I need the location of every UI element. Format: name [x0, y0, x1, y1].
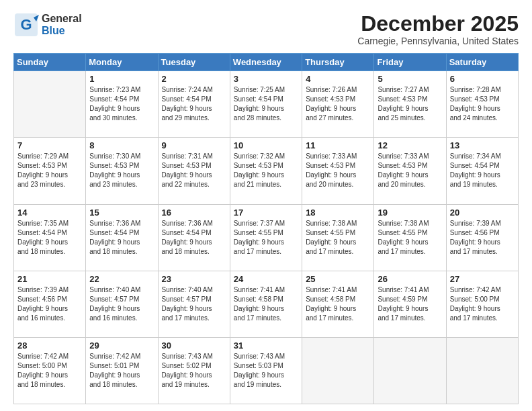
- day-number: 4: [306, 74, 370, 84]
- table-row: 27Sunrise: 7:42 AM Sunset: 5:00 PM Dayli…: [446, 271, 518, 337]
- table-row: 10Sunrise: 7:32 AM Sunset: 4:53 PM Dayli…: [230, 138, 302, 204]
- day-number: 13: [450, 140, 515, 150]
- table-row: [14, 71, 86, 138]
- table-row: 24Sunrise: 7:41 AM Sunset: 4:58 PM Dayli…: [230, 271, 302, 337]
- table-row: 4Sunrise: 7:26 AM Sunset: 4:53 PM Daylig…: [302, 71, 374, 138]
- day-number: 14: [17, 208, 82, 218]
- day-number: 6: [450, 74, 515, 84]
- table-row: 14Sunrise: 7:35 AM Sunset: 4:54 PM Dayli…: [14, 204, 86, 271]
- logo-line2: Blue: [42, 25, 82, 37]
- table-row: 7Sunrise: 7:29 AM Sunset: 4:53 PM Daylig…: [14, 138, 86, 204]
- table-row: 5Sunrise: 7:27 AM Sunset: 4:53 PM Daylig…: [374, 71, 446, 138]
- day-info: Sunrise: 7:37 AM Sunset: 4:55 PM Dayligh…: [234, 219, 298, 257]
- table-row: 6Sunrise: 7:28 AM Sunset: 4:53 PM Daylig…: [446, 71, 518, 138]
- logo-icon: G: [13, 12, 39, 38]
- day-number: 12: [378, 140, 442, 150]
- day-info: Sunrise: 7:35 AM Sunset: 4:54 PM Dayligh…: [17, 219, 82, 257]
- day-number: 11: [306, 140, 370, 150]
- table-row: [302, 337, 374, 404]
- table-row: [446, 337, 518, 404]
- day-number: 28: [17, 340, 82, 351]
- day-info: Sunrise: 7:39 AM Sunset: 4:56 PM Dayligh…: [450, 219, 515, 257]
- table-row: 25Sunrise: 7:41 AM Sunset: 4:58 PM Dayli…: [302, 271, 374, 337]
- day-info: Sunrise: 7:23 AM Sunset: 4:54 PM Dayligh…: [89, 85, 154, 123]
- day-info: Sunrise: 7:41 AM Sunset: 4:58 PM Dayligh…: [306, 285, 370, 323]
- table-row: 26Sunrise: 7:41 AM Sunset: 4:59 PM Dayli…: [374, 271, 446, 337]
- day-info: Sunrise: 7:36 AM Sunset: 4:54 PM Dayligh…: [162, 219, 226, 257]
- day-number: 3: [234, 74, 298, 84]
- table-row: 22Sunrise: 7:40 AM Sunset: 4:57 PM Dayli…: [86, 271, 158, 337]
- day-number: 18: [306, 208, 370, 218]
- day-number: 20: [450, 208, 515, 218]
- header-row: Sunday Monday Tuesday Wednesday Thursday…: [14, 54, 519, 71]
- table-row: 31Sunrise: 7:43 AM Sunset: 5:03 PM Dayli…: [230, 337, 302, 404]
- day-info: Sunrise: 7:38 AM Sunset: 4:55 PM Dayligh…: [378, 219, 442, 257]
- day-number: 25: [306, 274, 370, 284]
- table-row: 17Sunrise: 7:37 AM Sunset: 4:55 PM Dayli…: [230, 204, 302, 271]
- day-number: 26: [378, 274, 442, 284]
- day-number: 19: [378, 208, 442, 218]
- day-number: 9: [162, 140, 226, 150]
- table-row: 16Sunrise: 7:36 AM Sunset: 4:54 PM Dayli…: [158, 204, 230, 271]
- table-row: 20Sunrise: 7:39 AM Sunset: 4:56 PM Dayli…: [446, 204, 518, 271]
- day-number: 30: [162, 340, 226, 351]
- day-number: 16: [162, 208, 226, 218]
- day-info: Sunrise: 7:43 AM Sunset: 5:03 PM Dayligh…: [234, 352, 298, 390]
- table-row: 30Sunrise: 7:43 AM Sunset: 5:02 PM Dayli…: [158, 337, 230, 404]
- table-row: 9Sunrise: 7:31 AM Sunset: 4:53 PM Daylig…: [158, 138, 230, 204]
- day-info: Sunrise: 7:40 AM Sunset: 4:57 PM Dayligh…: [89, 285, 154, 323]
- col-thursday: Thursday: [302, 54, 374, 71]
- day-number: 31: [234, 340, 298, 351]
- table-row: 21Sunrise: 7:39 AM Sunset: 4:56 PM Dayli…: [14, 271, 86, 337]
- day-info: Sunrise: 7:42 AM Sunset: 5:00 PM Dayligh…: [450, 285, 515, 323]
- day-number: 5: [378, 74, 442, 84]
- col-sunday: Sunday: [14, 54, 86, 71]
- day-info: Sunrise: 7:41 AM Sunset: 4:58 PM Dayligh…: [234, 285, 298, 323]
- day-number: 22: [89, 274, 154, 284]
- day-info: Sunrise: 7:27 AM Sunset: 4:53 PM Dayligh…: [378, 85, 442, 123]
- day-info: Sunrise: 7:42 AM Sunset: 5:00 PM Dayligh…: [17, 352, 82, 390]
- day-info: Sunrise: 7:43 AM Sunset: 5:02 PM Dayligh…: [162, 352, 226, 390]
- col-friday: Friday: [374, 54, 446, 71]
- day-number: 29: [89, 340, 154, 351]
- month-title: December 2025: [357, 12, 519, 36]
- table-row: 11Sunrise: 7:33 AM Sunset: 4:53 PM Dayli…: [302, 138, 374, 204]
- title-area: December 2025 Carnegie, Pennsylvania, Un…: [357, 12, 519, 46]
- day-info: Sunrise: 7:34 AM Sunset: 4:54 PM Dayligh…: [450, 152, 515, 189]
- page: G General Blue December 2025 Carnegie, P…: [0, 0, 532, 411]
- day-info: Sunrise: 7:29 AM Sunset: 4:53 PM Dayligh…: [17, 152, 82, 189]
- table-row: 29Sunrise: 7:42 AM Sunset: 5:01 PM Dayli…: [86, 337, 158, 404]
- table-row: 3Sunrise: 7:25 AM Sunset: 4:54 PM Daylig…: [230, 71, 302, 138]
- col-saturday: Saturday: [446, 54, 518, 71]
- day-info: Sunrise: 7:25 AM Sunset: 4:54 PM Dayligh…: [234, 85, 298, 123]
- day-number: 10: [234, 140, 298, 150]
- header: G General Blue December 2025 Carnegie, P…: [13, 12, 519, 46]
- col-wednesday: Wednesday: [230, 54, 302, 71]
- day-info: Sunrise: 7:26 AM Sunset: 4:53 PM Dayligh…: [306, 85, 370, 123]
- table-row: 8Sunrise: 7:30 AM Sunset: 4:53 PM Daylig…: [86, 138, 158, 204]
- table-row: 13Sunrise: 7:34 AM Sunset: 4:54 PM Dayli…: [446, 138, 518, 204]
- day-info: Sunrise: 7:33 AM Sunset: 4:53 PM Dayligh…: [306, 152, 370, 189]
- day-number: 21: [17, 274, 82, 284]
- day-number: 2: [162, 74, 226, 84]
- day-info: Sunrise: 7:41 AM Sunset: 4:59 PM Dayligh…: [378, 285, 442, 323]
- table-row: 19Sunrise: 7:38 AM Sunset: 4:55 PM Dayli…: [374, 204, 446, 271]
- day-info: Sunrise: 7:36 AM Sunset: 4:54 PM Dayligh…: [89, 219, 154, 257]
- day-info: Sunrise: 7:31 AM Sunset: 4:53 PM Dayligh…: [162, 152, 226, 189]
- table-row: 12Sunrise: 7:33 AM Sunset: 4:53 PM Dayli…: [374, 138, 446, 204]
- table-row: 1Sunrise: 7:23 AM Sunset: 4:54 PM Daylig…: [86, 71, 158, 138]
- table-row: 2Sunrise: 7:24 AM Sunset: 4:54 PM Daylig…: [158, 71, 230, 138]
- day-info: Sunrise: 7:38 AM Sunset: 4:55 PM Dayligh…: [306, 219, 370, 257]
- day-number: 7: [17, 140, 82, 150]
- col-tuesday: Tuesday: [158, 54, 230, 71]
- day-number: 17: [234, 208, 298, 218]
- table-row: 28Sunrise: 7:42 AM Sunset: 5:00 PM Dayli…: [14, 337, 86, 404]
- day-number: 8: [89, 140, 154, 150]
- day-info: Sunrise: 7:30 AM Sunset: 4:53 PM Dayligh…: [89, 152, 154, 189]
- day-info: Sunrise: 7:42 AM Sunset: 5:01 PM Dayligh…: [89, 352, 154, 390]
- table-row: [374, 337, 446, 404]
- day-info: Sunrise: 7:32 AM Sunset: 4:53 PM Dayligh…: [234, 152, 298, 189]
- calendar-table: Sunday Monday Tuesday Wednesday Thursday…: [13, 53, 519, 404]
- logo-line1: General: [42, 13, 82, 25]
- table-row: 15Sunrise: 7:36 AM Sunset: 4:54 PM Dayli…: [86, 204, 158, 271]
